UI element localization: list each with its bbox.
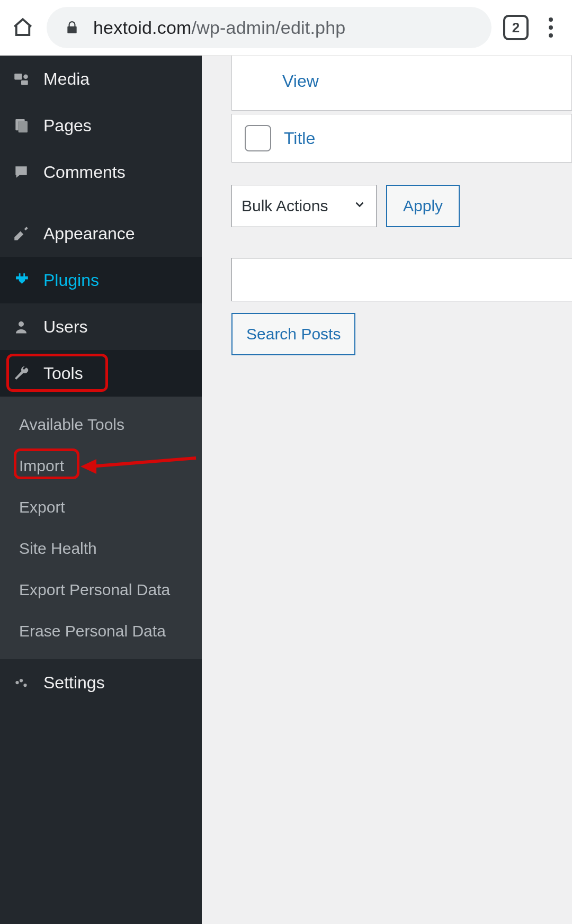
url-path: /wp-admin/edit.php <box>192 17 346 38</box>
svg-point-13 <box>20 679 23 682</box>
tabs-button[interactable]: 2 <box>503 15 529 40</box>
admin-sidebar: Media Pages Comments Appearance Pl <box>0 56 202 924</box>
submenu-export[interactable]: Export <box>0 487 202 528</box>
sidebar-item-appearance[interactable]: Appearance <box>0 210 202 257</box>
svg-point-14 <box>23 684 26 687</box>
sidebar-item-label: Appearance <box>43 224 135 244</box>
select-all-checkbox[interactable] <box>245 125 271 151</box>
submenu-item-label: Export <box>19 498 65 516</box>
home-icon <box>12 16 34 39</box>
lock-icon <box>65 20 79 35</box>
search-posts-button-label: Search Posts <box>246 325 341 343</box>
submenu-item-label: Import <box>19 457 64 474</box>
tools-icon <box>12 364 31 383</box>
pages-icon <box>12 116 31 135</box>
search-posts-button[interactable]: Search Posts <box>231 313 355 355</box>
apply-button[interactable]: Apply <box>386 185 460 227</box>
more-menu-button[interactable] <box>540 15 561 40</box>
search-posts-input[interactable] <box>231 258 572 301</box>
svg-point-4 <box>23 75 28 79</box>
svg-rect-3 <box>14 74 22 79</box>
bulk-actions-select[interactable]: Bulk Actions <box>231 185 377 227</box>
content-area: Edit Quick Edit View Title Bulk Actions … <box>202 56 572 924</box>
comments-icon <box>12 163 31 182</box>
app-body: Media Pages Comments Appearance Pl <box>0 56 572 924</box>
sidebar-item-settings[interactable]: Settings <box>0 659 202 706</box>
sidebar-item-label: Settings <box>43 673 105 693</box>
post-row-actions: Edit Quick Edit View <box>231 56 572 111</box>
red-arrow-icon <box>81 453 197 476</box>
submenu-import[interactable]: Import <box>0 445 202 487</box>
row-action-view[interactable]: View <box>232 58 571 101</box>
plugins-icon <box>12 271 31 290</box>
bulk-actions-row: Bulk Actions Apply <box>231 185 572 227</box>
svg-rect-5 <box>21 80 28 85</box>
svg-marker-11 <box>81 459 96 474</box>
tools-submenu: Available Tools Import Export Site Healt… <box>0 397 202 659</box>
submenu-item-label: Available Tools <box>19 416 124 433</box>
posts-table-header: Title <box>231 114 572 163</box>
submenu-site-health[interactable]: Site Health <box>0 528 202 569</box>
svg-point-2 <box>549 33 553 38</box>
sidebar-item-pages[interactable]: Pages <box>0 102 202 149</box>
sidebar-separator <box>0 195 202 210</box>
bulk-actions-label: Bulk Actions <box>242 197 328 215</box>
sidebar-item-label: Plugins <box>43 271 99 290</box>
sidebar-item-tools[interactable]: Tools <box>0 350 202 397</box>
submenu-item-label: Erase Personal Data <box>19 622 166 640</box>
chevron-down-icon <box>353 197 367 215</box>
sidebar-item-users[interactable]: Users <box>0 303 202 350</box>
sidebar-item-label: Comments <box>43 163 126 182</box>
submenu-item-label: Site Health <box>19 540 97 557</box>
browser-bar: hextoid.com/wp-admin/edit.php 2 <box>0 0 572 56</box>
sidebar-item-label: Media <box>43 69 90 89</box>
url-bar[interactable]: hextoid.com/wp-admin/edit.php <box>47 7 491 48</box>
submenu-item-label: Export Personal Data <box>19 581 170 598</box>
url-domain: hextoid.com <box>93 17 192 38</box>
apply-button-label: Apply <box>403 197 443 215</box>
column-header-title[interactable]: Title <box>284 129 315 148</box>
svg-point-12 <box>15 681 19 684</box>
users-icon <box>12 317 31 336</box>
svg-point-0 <box>549 17 553 22</box>
svg-point-9 <box>19 321 24 327</box>
svg-rect-8 <box>19 121 28 132</box>
submenu-erase-personal-data[interactable]: Erase Personal Data <box>0 611 202 652</box>
svg-line-10 <box>90 458 196 467</box>
sidebar-item-comments[interactable]: Comments <box>0 149 202 195</box>
sidebar-item-label: Pages <box>43 116 92 136</box>
submenu-export-personal-data[interactable]: Export Personal Data <box>0 569 202 611</box>
home-button[interactable] <box>11 15 35 40</box>
submenu-available-tools[interactable]: Available Tools <box>0 404 202 445</box>
tabs-count: 2 <box>512 20 520 36</box>
appearance-icon <box>12 224 31 243</box>
sidebar-item-media[interactable]: Media <box>0 56 202 102</box>
svg-point-1 <box>549 25 553 30</box>
more-vertical-icon <box>548 17 553 38</box>
url-text: hextoid.com/wp-admin/edit.php <box>93 17 345 38</box>
settings-icon <box>12 673 31 692</box>
media-icon <box>12 69 31 88</box>
sidebar-item-plugins[interactable]: Plugins <box>0 257 202 303</box>
sidebar-item-label: Users <box>43 317 88 337</box>
sidebar-item-label: Tools <box>43 364 83 383</box>
